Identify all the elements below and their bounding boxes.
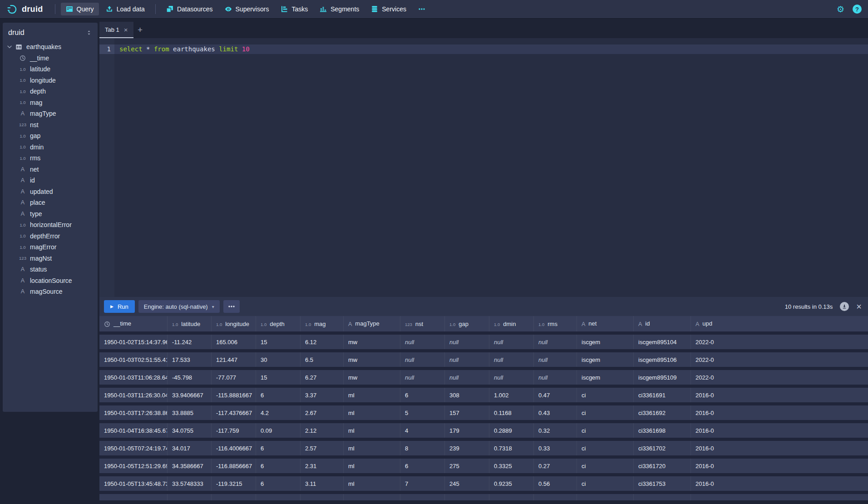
table-cell[interactable]: -117.4376667	[212, 405, 256, 420]
table-cell[interactable]	[212, 494, 256, 500]
table-cell[interactable]: 0.32	[534, 423, 577, 438]
table-cell[interactable]: 2016-0	[691, 423, 868, 438]
table-cell[interactable]: 3.11	[301, 476, 344, 491]
nav-item-supervisors[interactable]: Supervisors	[220, 3, 274, 15]
table-cell[interactable]: 7	[400, 476, 445, 491]
column-item-id[interactable]: Aid	[3, 175, 98, 186]
table-cell[interactable]: 2016-0	[691, 405, 868, 420]
column-item-magType[interactable]: AmagType	[3, 108, 98, 119]
table-cell[interactable]: ml	[344, 476, 400, 491]
table-cell[interactable]: 34.0755	[168, 423, 212, 438]
table-cell[interactable]: 2.12	[301, 423, 344, 438]
table-cell[interactable]: -77.077	[212, 370, 256, 385]
table-cell[interactable]: 0.27	[534, 459, 577, 473]
table-cell[interactable]: 2022-0	[691, 335, 868, 349]
column-item-nst[interactable]: 123nst	[3, 119, 98, 131]
column-item-type[interactable]: Atype	[3, 208, 98, 220]
table-cell[interactable]	[577, 494, 634, 500]
table-cell[interactable]: 3.37	[301, 388, 344, 402]
table-cell[interactable]: 0.43	[534, 405, 577, 420]
table-cell[interactable]: 4.2	[256, 405, 301, 420]
table-cell[interactable]: 2016-0	[691, 388, 868, 402]
table-cell[interactable]: 33.5748333	[168, 476, 212, 491]
table-cell[interactable]: null	[445, 335, 489, 349]
table-cell[interactable]: 0.09	[256, 423, 301, 438]
table-cell[interactable]: null	[400, 335, 445, 349]
table-cell[interactable]: mw	[344, 370, 400, 385]
table-cell[interactable]: 1950-01-02T15:14:37.960Z	[99, 335, 168, 349]
table-cell[interactable]: -119.3215	[212, 476, 256, 491]
column-item-depthError[interactable]: 1.0depthError	[3, 231, 98, 242]
column-item-mag[interactable]: 1.0mag	[3, 97, 98, 109]
column-item-rms[interactable]: 1.0rms	[3, 153, 98, 164]
table-cell[interactable]	[445, 494, 489, 500]
column-header-dmin[interactable]: 1.0dmin	[489, 316, 534, 331]
chevron-down-icon[interactable]	[6, 44, 15, 50]
brand[interactable]: druid	[6, 3, 43, 15]
column-header-net[interactable]: Anet	[577, 316, 634, 331]
column-item-horizontalError[interactable]: 1.0horizontalError	[3, 219, 98, 231]
table-cell[interactable]: 2022-0	[691, 352, 868, 367]
nav-item-services[interactable]: Services	[366, 3, 411, 15]
table-cell[interactable]: null	[445, 370, 489, 385]
download-icon[interactable]	[840, 302, 849, 311]
table-cell[interactable]: 308	[445, 388, 489, 402]
table-cell[interactable]: 121.447	[212, 352, 256, 367]
table-cell[interactable]	[534, 494, 577, 500]
table-cell[interactable]: null	[489, 370, 534, 385]
column-item-updated[interactable]: Aupdated	[3, 186, 98, 198]
column-item-magSource[interactable]: AmagSource	[3, 286, 98, 297]
column-header-longitude[interactable]: 1.0longitude	[212, 316, 256, 331]
table-cell[interactable]: ci	[577, 459, 634, 473]
table-cell[interactable]: 1950-01-05T12:51:29.690Z	[99, 459, 168, 473]
column-header-latitude[interactable]: 1.0latitude	[168, 316, 212, 331]
table-cell[interactable]: 6	[256, 459, 301, 473]
column-header-depth[interactable]: 1.0depth	[256, 316, 301, 331]
column-item-longitude[interactable]: 1.0longitude	[3, 75, 98, 86]
column-item-net[interactable]: Anet	[3, 164, 98, 175]
table-cell[interactable]: 1950-01-04T16:38:45.670Z	[99, 423, 168, 438]
table-cell[interactable]: 0.9235	[489, 476, 534, 491]
table-cell[interactable]: 17.533	[168, 352, 212, 367]
nav-item-more[interactable]	[413, 3, 430, 15]
table-cell[interactable]: ci	[577, 388, 634, 402]
table-cell[interactable]	[489, 494, 534, 500]
table-cell[interactable]: 33.8885	[168, 405, 212, 420]
close-results-icon[interactable]: ×	[856, 302, 862, 311]
table-cell[interactable]	[256, 494, 301, 500]
table-cell[interactable]: 1950-01-03T17:26:38.860Z	[99, 405, 168, 420]
column-item-depth[interactable]: 1.0depth	[3, 86, 98, 97]
table-cell[interactable]: 275	[445, 459, 489, 473]
table-cell[interactable]: iscgem895109	[634, 370, 691, 385]
add-tab-button[interactable]: +	[133, 22, 147, 38]
column-item-place[interactable]: Aplace	[3, 197, 98, 208]
table-cell[interactable]: 0.47	[534, 388, 577, 402]
table-cell[interactable]: 6	[400, 459, 445, 473]
table-cell[interactable]: -116.4006667	[212, 441, 256, 455]
help-icon[interactable]: ?	[853, 5, 862, 14]
column-header-rms[interactable]: 1.0rms	[534, 316, 577, 331]
column-item-status[interactable]: Astatus	[3, 264, 98, 275]
nav-item-load-data[interactable]: Load data	[101, 3, 150, 15]
table-cell[interactable]: ci	[577, 423, 634, 438]
table-cell[interactable]: ci	[577, 441, 634, 455]
table-cell[interactable]: 15	[256, 370, 301, 385]
table-cell[interactable]: mw	[344, 352, 400, 367]
table-cell[interactable]: 6.27	[301, 370, 344, 385]
column-header-mag[interactable]: 1.0mag	[301, 316, 344, 331]
table-cell[interactable]: iscgem895104	[634, 335, 691, 349]
column-header-__time[interactable]: __time	[99, 316, 168, 331]
table-cell[interactable]: null	[445, 352, 489, 367]
table-cell[interactable]: 34.3586667	[168, 459, 212, 473]
table-cell[interactable]: ml	[344, 459, 400, 473]
table-cell[interactable]: 0.1168	[489, 405, 534, 420]
table-cell[interactable]	[168, 494, 212, 500]
table-cell[interactable]: 2016-0	[691, 476, 868, 491]
table-cell[interactable]: 6	[256, 476, 301, 491]
table-cell[interactable]: ci3361702	[634, 441, 691, 455]
table-cell[interactable]: 165.006	[212, 335, 256, 349]
table-cell[interactable]: ci	[577, 405, 634, 420]
table-cell[interactable]	[99, 494, 168, 500]
table-cell[interactable]: 2.31	[301, 459, 344, 473]
column-item-latitude[interactable]: 1.0latitude	[3, 64, 98, 75]
